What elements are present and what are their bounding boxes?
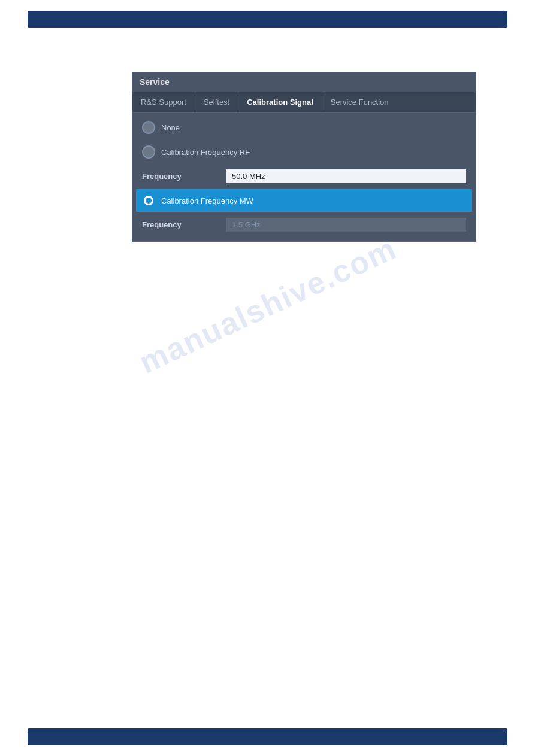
option-cal-freq-mw-label: Calibration Frequency MW [161,196,253,205]
dialog-title: Service [132,72,476,92]
dialog-container: Service R&S Support Selftest Calibration… [132,72,476,242]
tab-rs-support[interactable]: R&S Support [132,92,195,112]
dialog-content: None Calibration Frequency RF Frequency … [132,113,476,241]
option-none-label: None [161,123,180,132]
tab-calibration-signal[interactable]: Calibration Signal [238,92,322,112]
dialog-title-text: Service [140,77,170,87]
tab-service-function[interactable]: Service Function [322,92,397,112]
top-bar [28,11,507,28]
option-none[interactable]: None [136,116,472,139]
tabs-row: R&S Support Selftest Calibration Signal … [132,92,476,113]
option-cal-freq-rf-label: Calibration Frequency RF [161,148,250,157]
radio-none [142,121,155,134]
frequency-value-mw: 1.5 GHz [226,218,466,232]
radio-cal-freq-rf [142,145,155,159]
option-cal-freq-rf[interactable]: Calibration Frequency RF [136,141,472,163]
tab-selftest[interactable]: Selftest [195,92,238,112]
option-cal-freq-mw[interactable]: Calibration Frequency MW [136,189,472,212]
frequency-label-rf: Frequency [142,172,226,181]
watermark: manualshive.com [133,230,401,380]
radio-cal-freq-mw [142,194,155,207]
frequency-row-mw: Frequency 1.5 GHz [136,214,472,236]
bottom-bar [28,728,507,745]
service-dialog: Service R&S Support Selftest Calibration… [132,72,476,242]
frequency-label-mw: Frequency [142,220,226,229]
frequency-row-rf: Frequency 50.0 MHz [136,165,472,187]
frequency-value-rf[interactable]: 50.0 MHz [226,169,466,183]
